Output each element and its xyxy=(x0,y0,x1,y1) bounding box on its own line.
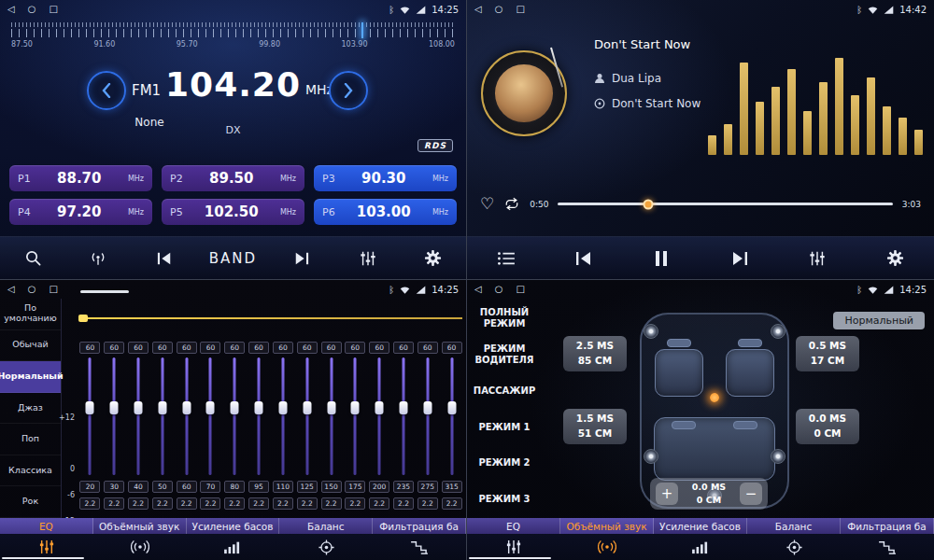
eq-preset-item[interactable]: Джаз xyxy=(0,393,61,425)
delay-front-right[interactable]: 0.5 MS 17 CM xyxy=(796,336,859,371)
eq-band-slider[interactable] xyxy=(440,356,463,477)
audio-mixer-button[interactable] xyxy=(347,242,389,275)
listening-position-dot[interactable] xyxy=(710,393,719,402)
nav-back-icon[interactable]: ◁ xyxy=(7,5,15,14)
previous-station-button[interactable] xyxy=(144,242,185,275)
eq-slider-handle[interactable] xyxy=(134,401,143,414)
surround-mode-item[interactable]: РЕЖИМ ВОДИТЕЛЯ xyxy=(467,337,542,373)
delay-front-left[interactable]: 2.5 MS 85 CM xyxy=(563,336,627,371)
tab-eq[interactable]: EQ xyxy=(0,518,93,560)
sound-profile-button[interactable]: Нормальный xyxy=(833,312,925,329)
audio-mixer-button[interactable] xyxy=(797,242,838,275)
eq-preset-item[interactable]: Рок xyxy=(0,486,61,518)
eq-band-slider[interactable] xyxy=(103,356,126,477)
eq-band-slider[interactable] xyxy=(199,356,222,477)
broadcast-info-button[interactable] xyxy=(78,242,119,275)
tab-scrollbar[interactable] xyxy=(2,557,84,559)
eq-preset-item[interactable]: Классика xyxy=(0,455,61,487)
tab-eq[interactable]: EQ xyxy=(467,518,560,560)
nav-home-icon[interactable]: ○ xyxy=(28,5,36,14)
speaker-rear-right-icon[interactable] xyxy=(771,449,785,464)
tab-filter[interactable]: Фильтрация ба xyxy=(373,518,466,560)
eq-slider-handle[interactable] xyxy=(399,401,407,414)
radio-preset-button[interactable]: P4 97.20 MHz xyxy=(9,199,152,225)
nav-home-icon[interactable]: ○ xyxy=(495,285,503,294)
radio-preset-button[interactable]: P6 103.00 MHz xyxy=(314,199,457,225)
pause-button[interactable] xyxy=(641,242,682,275)
tab-surround[interactable]: Объёмный звук xyxy=(560,518,654,560)
eq-slider-handle[interactable] xyxy=(158,401,166,414)
eq-slider-handle[interactable] xyxy=(303,401,311,414)
eq-band-slider[interactable] xyxy=(295,356,318,477)
tab-bass-boost[interactable]: Усиление басов xyxy=(187,518,280,560)
tab-scrollbar[interactable] xyxy=(469,557,551,559)
eq-band-slider[interactable] xyxy=(248,356,271,477)
tab-balance[interactable]: Баланс xyxy=(747,518,841,560)
settings-button[interactable] xyxy=(413,242,454,275)
eq-band-slider[interactable] xyxy=(78,356,102,477)
surround-mode-item[interactable]: РЕЖИМ 1 xyxy=(467,409,542,445)
surround-mode-item[interactable]: РЕЖИМ 2 xyxy=(467,445,542,482)
tune-up-button[interactable] xyxy=(329,71,368,110)
eq-band-slider[interactable] xyxy=(175,356,198,477)
repeat-icon[interactable] xyxy=(503,197,520,211)
radio-preset-button[interactable]: P5 102.50 MHz xyxy=(162,199,304,225)
eq-slider-handle[interactable] xyxy=(375,401,384,414)
eq-band-slider[interactable] xyxy=(368,356,391,477)
eq-slider-handle[interactable] xyxy=(86,401,94,414)
eq-preset-item[interactable]: Нормальный xyxy=(0,361,61,393)
surround-mode-item[interactable]: ПАССАЖИР xyxy=(467,373,542,410)
eq-preset-item[interactable]: Поп xyxy=(0,424,61,455)
nav-back-icon[interactable]: ◁ xyxy=(474,5,482,14)
speaker-front-right-icon[interactable] xyxy=(771,324,785,339)
delay-increase-button[interactable]: + xyxy=(656,483,678,505)
playlist-button[interactable] xyxy=(486,242,527,275)
eq-band-slider[interactable] xyxy=(319,356,343,477)
eq-band-slider[interactable] xyxy=(223,356,247,477)
progress-track[interactable] xyxy=(558,203,892,205)
progress-knob[interactable] xyxy=(644,199,654,209)
eq-slider-handle[interactable] xyxy=(255,401,263,414)
nav-recents-icon[interactable]: □ xyxy=(516,285,524,294)
search-stations-button[interactable] xyxy=(12,242,53,275)
surround-mode-item[interactable]: РЕЖИМ 3 xyxy=(467,482,542,518)
surround-mode-item[interactable]: ПОЛНЫЙ РЕЖИМ xyxy=(467,301,542,337)
frequency-ruler[interactable]: 87.5091.6095.7099.80103.90108.00 xyxy=(11,22,455,54)
eq-band-slider[interactable] xyxy=(127,356,150,477)
nav-back-icon[interactable]: ◁ xyxy=(7,285,15,294)
eq-slider-handle[interactable] xyxy=(110,401,119,414)
next-station-button[interactable] xyxy=(281,242,322,275)
delay-rear-right[interactable]: 0.0 MS 0 CM xyxy=(796,409,859,444)
nav-recents-icon[interactable]: □ xyxy=(516,5,524,14)
speaker-rear-left-icon[interactable] xyxy=(644,449,658,464)
radio-preset-button[interactable]: P3 90.30 MHz xyxy=(314,165,457,191)
eq-slider-handle[interactable] xyxy=(278,401,287,414)
preamp-line[interactable] xyxy=(78,317,462,319)
next-track-button[interactable] xyxy=(719,242,760,275)
tab-bass-boost[interactable]: Усиление басов xyxy=(654,518,747,560)
nav-home-icon[interactable]: ○ xyxy=(495,5,503,14)
nav-home-icon[interactable]: ○ xyxy=(28,285,36,294)
eq-band-slider[interactable] xyxy=(344,356,367,477)
eq-preset-item[interactable]: Обычай xyxy=(0,330,61,362)
eq-band-slider[interactable] xyxy=(392,356,416,477)
band-button[interactable]: BAND xyxy=(209,242,257,275)
nav-back-icon[interactable]: ◁ xyxy=(474,285,482,294)
delay-decrease-button[interactable]: − xyxy=(740,483,762,505)
eq-band-slider[interactable] xyxy=(416,356,439,477)
tab-filter[interactable]: Фильтрация ба xyxy=(841,518,934,560)
favorite-icon[interactable]: ♡ xyxy=(480,196,494,212)
eq-band-slider[interactable] xyxy=(272,356,295,477)
radio-preset-button[interactable]: P2 89.50 MHz xyxy=(162,165,304,191)
tab-surround[interactable]: Объёмный звук xyxy=(93,518,187,560)
eq-slider-handle[interactable] xyxy=(182,401,191,414)
speaker-front-left-icon[interactable] xyxy=(644,324,658,339)
nav-recents-icon[interactable]: □ xyxy=(49,285,57,294)
eq-preset-item[interactable]: По умолчанию xyxy=(0,299,61,330)
radio-preset-button[interactable]: P1 88.70 MHz xyxy=(9,165,152,191)
eq-slider-handle[interactable] xyxy=(423,401,432,414)
eq-slider-handle[interactable] xyxy=(351,401,360,414)
settings-button[interactable] xyxy=(874,242,915,275)
eq-band-slider[interactable] xyxy=(150,356,174,477)
delay-rear-left[interactable]: 1.5 MS 51 CM xyxy=(563,409,627,444)
